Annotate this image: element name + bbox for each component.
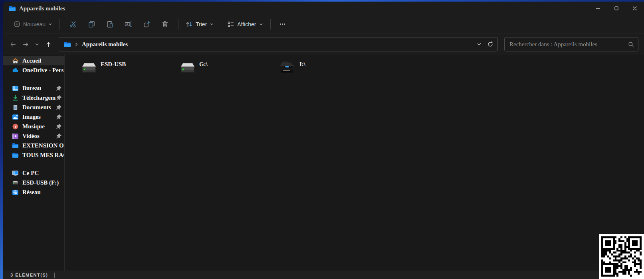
videos-icon xyxy=(12,133,19,139)
copy-button[interactable] xyxy=(84,18,99,31)
search-box[interactable] xyxy=(504,37,638,51)
sidebar-item-extension[interactable]: EXTENSION OF xyxy=(3,141,64,150)
sidebar-divider xyxy=(9,164,62,164)
folder-icon xyxy=(12,152,19,158)
chevron-down-icon xyxy=(48,22,52,26)
window-folder-icon xyxy=(9,6,16,12)
status-bar: 3 élément(s) xyxy=(3,271,644,279)
sidebar-item-bureau[interactable]: Bureau xyxy=(3,83,64,93)
folder-icon xyxy=(12,143,19,149)
sidebar-item-label: Téléchargem xyxy=(22,94,55,101)
address-dropdown-icon[interactable] xyxy=(477,42,482,47)
home-icon xyxy=(12,58,19,64)
navigation-pane: Accueil OneDrive - Pers Bureau Télécharg… xyxy=(3,55,65,271)
sidebar-item-label: Images xyxy=(22,114,41,120)
up-button[interactable] xyxy=(43,38,54,51)
hard-drive-icon xyxy=(180,61,196,75)
sort-button-label: Trier xyxy=(196,21,207,28)
sort-arrows-icon xyxy=(186,21,193,28)
main-area: Accueil OneDrive - Pers Bureau Télécharg… xyxy=(3,55,644,271)
drive-tile-g[interactable]: G:\ xyxy=(180,61,278,77)
pin-icon xyxy=(55,85,62,91)
new-button[interactable]: Nouveau xyxy=(10,18,55,30)
sort-button[interactable]: Trier xyxy=(182,18,217,30)
share-button[interactable] xyxy=(139,18,154,31)
toolbar-divider xyxy=(270,19,271,29)
sidebar-item-label: OneDrive - Pers xyxy=(22,67,63,74)
explorer-window: Appareils mobiles Nouveau A Trier Affich… xyxy=(3,2,644,279)
sidebar-item-accueil[interactable]: Accueil xyxy=(3,56,64,65)
pin-icon xyxy=(55,124,62,130)
view-button[interactable]: Afficher xyxy=(224,18,266,30)
sidebar-item-reseau[interactable]: Réseau xyxy=(3,187,64,197)
command-bar: Nouveau A Trier Afficher xyxy=(3,15,644,33)
cut-button[interactable] xyxy=(66,18,80,31)
close-button[interactable] xyxy=(626,2,644,15)
sidebar-item-label: Réseau xyxy=(22,189,41,196)
chevron-down-icon xyxy=(259,22,263,26)
sidebar-item-documents[interactable]: Documents xyxy=(3,102,64,112)
forward-button[interactable] xyxy=(20,38,31,51)
location-folder-icon xyxy=(64,41,71,47)
see-more-button[interactable] xyxy=(277,18,289,31)
share-icon xyxy=(143,20,151,28)
desktop-icon xyxy=(12,85,19,91)
network-icon xyxy=(12,189,19,195)
refresh-icon[interactable] xyxy=(487,41,493,47)
sidebar-item-musique[interactable]: Musique xyxy=(3,122,64,131)
downloads-icon xyxy=(12,95,19,101)
sidebar-item-telechargements[interactable]: Téléchargem xyxy=(3,93,64,102)
search-icon[interactable] xyxy=(628,41,634,47)
sidebar-item-onedrive[interactable]: OneDrive - Pers xyxy=(3,65,64,75)
sidebar-divider xyxy=(9,79,62,79)
minimize-icon xyxy=(595,6,601,11)
view-button-label: Afficher xyxy=(237,21,256,28)
view-options-icon xyxy=(227,21,234,28)
sidebar-item-label: TOUS MES RAC xyxy=(22,152,64,159)
up-arrow-icon xyxy=(45,41,52,48)
sidebar-item-label: Ce PC xyxy=(22,170,39,177)
chevron-down-icon xyxy=(210,22,214,26)
chevron-down-icon xyxy=(35,42,39,47)
pictures-icon xyxy=(12,114,19,120)
maximize-icon xyxy=(614,6,619,11)
window-title: Appareils mobiles xyxy=(19,5,65,12)
back-button[interactable] xyxy=(7,38,18,51)
printer-icon xyxy=(278,60,296,74)
file-list: ESD-USB G:\ I:\ xyxy=(65,55,644,271)
chevron-right-icon xyxy=(74,42,79,47)
copy-icon xyxy=(88,20,95,28)
address-bar[interactable]: Appareils mobiles xyxy=(59,37,498,51)
sidebar-item-label: Bureau xyxy=(22,85,41,92)
sidebar-item-images[interactable]: Images xyxy=(3,112,64,122)
minimize-button[interactable] xyxy=(589,2,607,15)
search-input[interactable] xyxy=(509,41,628,48)
drive-label: ESD-USB xyxy=(101,61,126,68)
usb-drive-icon xyxy=(12,180,19,186)
paste-icon xyxy=(106,20,114,28)
sidebar-item-videos[interactable]: Vidéos xyxy=(3,131,64,141)
device-tile-i[interactable]: I:\ xyxy=(278,61,377,77)
paste-button[interactable] xyxy=(103,18,117,31)
sidebar-item-label: Musique xyxy=(22,123,45,130)
sidebar-item-label: ESD-USB (F:) xyxy=(22,179,59,186)
toolbar-divider xyxy=(178,19,178,29)
sidebar-item-tous-mes-rac[interactable]: TOUS MES RAC xyxy=(3,150,64,160)
drive-tile-esd-usb[interactable]: ESD-USB xyxy=(81,61,180,77)
scissors-icon xyxy=(69,20,77,28)
this-pc-icon xyxy=(12,170,19,176)
title-bar[interactable]: Appareils mobiles xyxy=(3,2,644,15)
rename-button[interactable]: A xyxy=(121,18,135,31)
sidebar-item-ce-pc[interactable]: Ce PC xyxy=(3,168,64,178)
sidebar-item-label: EXTENSION OF xyxy=(22,142,64,149)
delete-button[interactable] xyxy=(158,18,172,31)
sidebar-item-esd-usb[interactable]: ESD-USB (F:) xyxy=(3,178,64,187)
maximize-button[interactable] xyxy=(607,2,626,15)
hard-drive-icon xyxy=(81,61,97,75)
recent-locations-button[interactable] xyxy=(33,38,41,51)
forward-arrow-icon xyxy=(22,41,29,48)
documents-icon xyxy=(12,104,19,110)
breadcrumb[interactable]: Appareils mobiles xyxy=(82,41,128,48)
sidebar-item-label: Accueil xyxy=(22,57,41,64)
device-label: I:\ xyxy=(299,61,305,68)
